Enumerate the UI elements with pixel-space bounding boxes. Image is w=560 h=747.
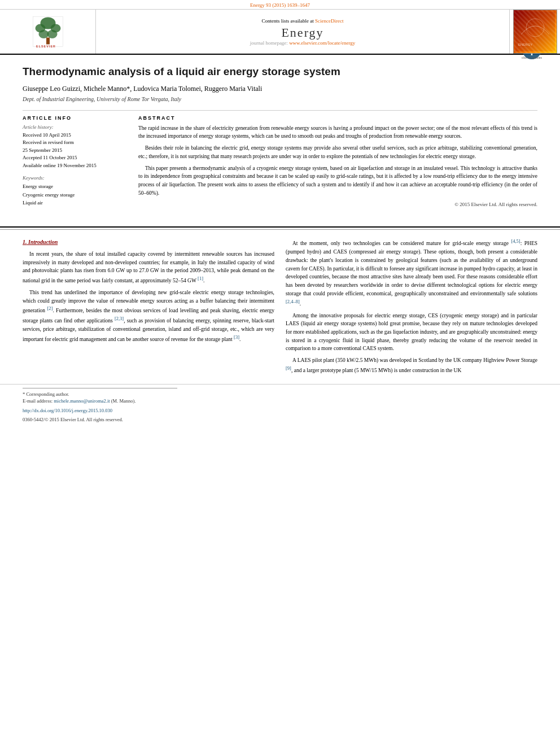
- article-info-title: Article Info: [23, 115, 127, 121]
- intro-section: 1. Introduction In recent years, the sha…: [0, 238, 560, 378]
- doi-link[interactable]: http://dx.doi.org/10.1016/j.energy.2015.…: [23, 408, 112, 413]
- article-history-label: Article history:: [23, 124, 127, 130]
- sciencedirect-link[interactable]: ScienceDirect: [315, 18, 343, 24]
- keywords-section: Keywords: Energy storage Cryogenic energ…: [23, 175, 127, 207]
- sciencedirect-notice: Contents lists available at ScienceDirec…: [262, 18, 344, 24]
- intro-para-3: At the moment, only two technologies can…: [286, 238, 537, 308]
- journal-info-center: Contents lists available at ScienceDirec…: [96, 10, 509, 54]
- footnote-rule: [23, 388, 177, 388]
- journal-cover-image: ENERGY: [513, 10, 557, 54]
- info-abstract-section: Article Info Article history: Received 1…: [23, 115, 537, 208]
- journal-header: ELSEVIER Contents lists available at Sci…: [0, 10, 560, 55]
- journal-cover: ENERGY: [509, 10, 560, 54]
- keyword-2: Cryogenic energy storage: [23, 191, 127, 199]
- intro-right-col: At the moment, only two technologies can…: [286, 238, 537, 378]
- bottom-divider-thin: [0, 229, 560, 230]
- homepage-url[interactable]: www.elsevier.com/locate/energy: [289, 40, 355, 46]
- elsevier-logo: ELSEVIER: [31, 15, 65, 49]
- elsevier-logo-area: ELSEVIER: [0, 10, 96, 54]
- abstract-title: Abstract: [138, 115, 537, 121]
- divider-1: [23, 110, 537, 111]
- keyword-1: Energy storage: [23, 182, 127, 190]
- abstract-para-3: This paper presents a thermodynamic anal…: [138, 164, 537, 198]
- revised-label: Received in revised form: [23, 139, 127, 147]
- svg-text:ELSEVIER: ELSEVIER: [36, 45, 56, 48]
- abstract-copyright: © 2015 Elsevier Ltd. All rights reserved…: [138, 202, 537, 207]
- intro-para-2: This trend has underlined the importance…: [23, 289, 274, 344]
- abstract-para-2: Besides their role in balancing the elec…: [138, 144, 537, 160]
- accepted-date: Accepted 11 October 2015: [23, 154, 127, 162]
- svg-rect-6: [46, 38, 50, 45]
- intro-left-col: 1. Introduction In recent years, the sha…: [23, 238, 274, 378]
- keyword-3: Liquid air: [23, 199, 127, 207]
- copyright-footer: 0360-5442/© 2015 Elsevier Ltd. All right…: [0, 416, 560, 426]
- author-email[interactable]: michele.manno@uniroma2.it: [54, 398, 110, 404]
- elsevier-tree-icon: ELSEVIER: [31, 15, 65, 49]
- article-main: CrossMark click for updates Thermodynami…: [0, 55, 560, 219]
- intro-para-1: In recent years, the share of total inst…: [23, 250, 274, 285]
- bottom-divider-thick: [0, 226, 560, 228]
- svg-point-5: [47, 30, 57, 38]
- footnote-area: * Corresponding author. E-mail address: …: [0, 384, 560, 416]
- available-date: Available online 19 November 2015: [23, 162, 127, 170]
- abstract-para-1: The rapid increase in the share of elect…: [138, 124, 537, 141]
- doi-line: http://dx.doi.org/10.1016/j.energy.2015.…: [23, 407, 537, 413]
- intro-para-5: A LAES pilot plant (350 kW/2.5 MWh) was …: [286, 356, 537, 375]
- corresponding-author-note: * Corresponding author.: [23, 391, 537, 398]
- journal-title: Energy: [281, 25, 323, 40]
- intro-para-4: Among the innovative proposals for elect…: [286, 312, 537, 353]
- article-title: Thermodynamic analysis of a liquid air e…: [23, 65, 537, 79]
- abstract-column: Abstract The rapid increase in the share…: [138, 115, 537, 208]
- authors-line: Giuseppe Leo Guizzi, Michele Manno*, Lud…: [23, 85, 537, 93]
- intro-heading: 1. Introduction: [23, 238, 274, 247]
- svg-text:click for updates: click for updates: [522, 56, 542, 59]
- journal-citation: Energy 93 (2015) 1639–1647: [0, 0, 560, 10]
- received-date: Received 10 April 2015: [23, 132, 127, 139]
- keywords-label: Keywords:: [23, 175, 127, 181]
- revised-date: 25 September 2015: [23, 147, 127, 155]
- article-info-column: Article Info Article history: Received 1…: [23, 115, 127, 208]
- affiliation: Dept. of Industrial Engineering, Univers…: [23, 96, 537, 102]
- abstract-body: The rapid increase in the share of elect…: [138, 124, 537, 198]
- email-footnote: E-mail address: michele.manno@uniroma2.i…: [23, 397, 537, 405]
- journal-homepage: journal homepage: www.elsevier.com/locat…: [250, 40, 356, 46]
